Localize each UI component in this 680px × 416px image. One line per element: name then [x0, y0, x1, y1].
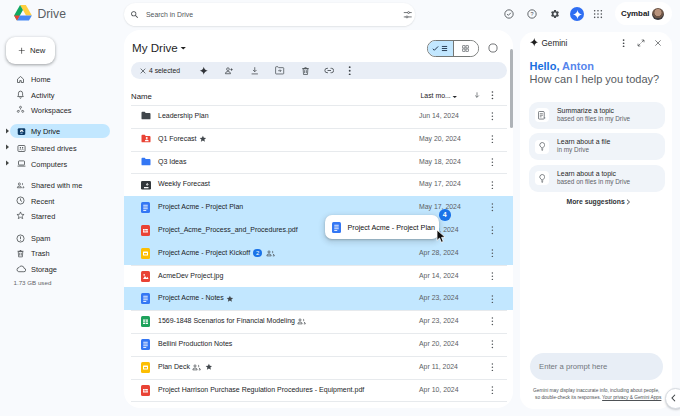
svg-text:?: ? — [530, 11, 533, 17]
